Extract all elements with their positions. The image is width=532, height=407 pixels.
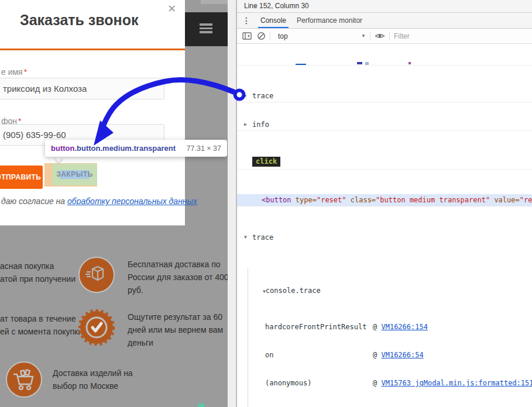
log-trace-collapsed[interactable]: ▶trace (237, 90, 532, 102)
modal-close-icon[interactable]: ✕ (167, 2, 176, 15)
disclosure-arrow-icon[interactable]: ▶ (254, 0, 257, 12)
source-link[interactable]: VM16266:54 (381, 351, 423, 359)
console-sidebar-icon[interactable] (242, 32, 252, 40)
clipped-log-row (237, 60, 532, 65)
chevron-down-icon: ▼ (361, 33, 366, 39)
disclosure-arrow-icon[interactable]: ▼ (244, 231, 247, 244)
personal-data-link[interactable]: обработку персональных данных (67, 196, 197, 206)
stack-trace-group: ▼console.trace hardcoreFrontPrintResult@… (237, 268, 532, 407)
webpage-region: асная покупкаатой при получении Бесплатн… (0, 0, 228, 407)
stack-frame: hardcoreFrontPrintResult@ VM16266:154 (237, 321, 532, 333)
disclosure-arrow-icon[interactable]: ▶ (244, 90, 247, 102)
console-trace-row[interactable]: ▼console.trace (237, 285, 532, 296)
tab-performance-monitor[interactable]: Performance monitor (291, 13, 368, 28)
log-click-string: click (237, 156, 532, 170)
hamburger-menu-icon[interactable] (200, 23, 212, 35)
close-button[interactable]: ЗАКРЫТЬ (52, 164, 97, 185)
name-input[interactable] (0, 78, 164, 99)
chat-widget-peek[interactable] (198, 403, 204, 407)
benefit-text-right-1: Бесплатная доставка поРоссии для заказов… (128, 258, 228, 296)
benefit-text-left-1: асная покупкаатой при получении (0, 260, 75, 285)
modal-title: Заказать звонок (20, 12, 138, 29)
context-selector[interactable]: top ▼ (278, 32, 366, 40)
screenshot-root: асная покупкаатой при получении Бесплатн… (0, 0, 532, 407)
guarantee-badge-icon (78, 309, 115, 346)
modal-divider (0, 49, 185, 50)
log-info-collapsed[interactable]: ▶info (237, 119, 532, 131)
console-messages: ▶trace ▶info click ▶<button type="reset"… (237, 44, 532, 407)
log-trace-expanded-header[interactable]: ▼trace (237, 231, 532, 244)
tooltip-selector-classes: .button.medium.transparent (74, 144, 176, 153)
stack-frame: (anonymous)@ VM15763 jqModal.min.js:form… (237, 377, 532, 389)
site-mobile-header (185, 12, 228, 46)
tooltip-dimensions: 77.31 × 37 (187, 144, 221, 153)
tab-console[interactable]: Console (255, 13, 291, 28)
devtools-panel: Line 152, Column 30 ⋮ Console Performanc… (236, 0, 532, 407)
source-position-statusbar: Line 152, Column 30 (237, 0, 532, 13)
benefit-text-right-3: Доставка изделий навыбор по Москве (53, 367, 133, 392)
name-label: е имя* (1, 67, 27, 77)
log-button-element-row[interactable]: ▶<button type="reset" class="button medi… (237, 194, 532, 206)
tooltip-selector-tag: button (51, 144, 74, 153)
console-toolbar: top ▼ (237, 29, 532, 44)
submit-button[interactable]: ОТПРАВИТЬ (0, 165, 43, 189)
inspect-tooltip: button.button.medium.transparent 77.31 ×… (45, 140, 227, 157)
cart-icon (6, 361, 42, 398)
page-top-strip (201, 0, 228, 4)
click-string-badge: click (252, 157, 280, 167)
stack-frame: on@ VM16266:54 (237, 349, 532, 361)
devtools-tabbar: ⋮ Console Performance monitor (237, 13, 532, 29)
filter-input[interactable] (394, 32, 464, 40)
consent-text: даю согласие на обработку персональных д… (1, 196, 197, 206)
eye-icon[interactable] (375, 32, 385, 40)
source-link[interactable]: VM15763 jqModal.min.js:formatted:151 (381, 379, 532, 387)
benefit-text-right-2: Ощутите результат за 60дней или мы верне… (128, 311, 223, 349)
source-link[interactable]: VM16266:154 (381, 323, 427, 331)
delivery-box-icon (78, 257, 115, 293)
more-tools-kebab-icon[interactable]: ⋮ (237, 16, 255, 25)
disclosure-arrow-icon[interactable]: ▶ (244, 119, 247, 130)
callback-modal: Заказать звонок ✕ е имя* фон* ОТПРАВИТЬ … (0, 0, 185, 226)
page-scrollbar[interactable] (228, 0, 236, 407)
clear-console-icon[interactable] (257, 32, 266, 40)
benefit-text-left-2: ат товара в течениеей с момента покупки (0, 312, 83, 338)
